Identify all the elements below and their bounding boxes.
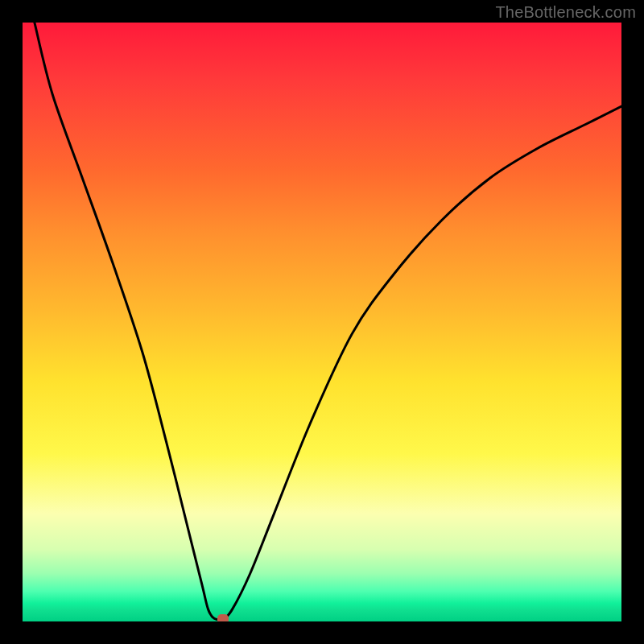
chart-frame: TheBottleneck.com — [0, 0, 644, 644]
bottleneck-curve-path — [35, 23, 621, 620]
watermark-text: TheBottleneck.com — [495, 3, 636, 22]
minimum-marker — [217, 614, 229, 621]
plot-area — [23, 23, 621, 621]
curve-svg — [23, 23, 621, 621]
